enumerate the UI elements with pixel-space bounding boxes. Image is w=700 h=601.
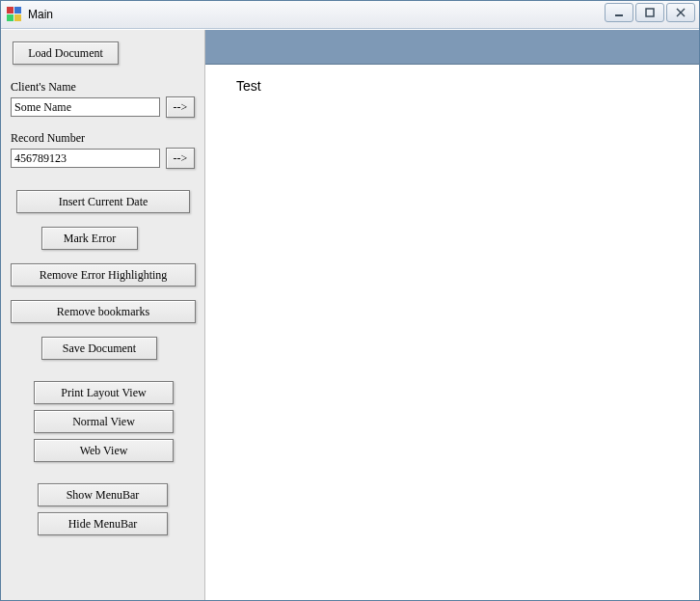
side-panel: Load Document Client's Name --> Record N…: [1, 30, 205, 600]
print-layout-view-button[interactable]: Print Layout View: [34, 381, 174, 404]
minimize-button[interactable]: [605, 3, 633, 22]
document-area: Test: [205, 30, 699, 600]
save-document-button[interactable]: Save Document: [41, 337, 157, 360]
main-window: Main Load Document Client's Name --> Rec: [0, 0, 700, 601]
hide-menubar-button[interactable]: Hide MenuBar: [38, 512, 168, 535]
insert-current-date-button[interactable]: Insert Current Date: [16, 190, 190, 213]
record-number-apply-button[interactable]: -->: [166, 148, 195, 169]
maximize-icon: [644, 7, 656, 18]
remove-bookmarks-button[interactable]: Remove bookmarks: [11, 300, 196, 323]
close-icon: [675, 7, 687, 18]
record-number-input[interactable]: [11, 149, 160, 168]
load-document-button[interactable]: Load Document: [13, 41, 119, 65]
client-name-apply-button[interactable]: -->: [166, 96, 195, 118]
record-number-label: Record Number: [11, 131, 195, 146]
normal-view-button[interactable]: Normal View: [34, 410, 174, 433]
svg-rect-1: [646, 9, 654, 16]
document-page[interactable]: Test: [205, 65, 699, 600]
remove-error-highlighting-button[interactable]: Remove Error Highlighting: [11, 263, 196, 287]
title-bar: Main: [1, 1, 699, 29]
app-icon: [7, 7, 22, 22]
mark-error-button[interactable]: Mark Error: [41, 227, 138, 250]
client-name-label: Client's Name: [11, 80, 195, 95]
web-view-button[interactable]: Web View: [34, 439, 174, 462]
document-ruler-bar: [205, 30, 699, 65]
close-button[interactable]: [666, 3, 695, 22]
window-controls: [605, 3, 695, 22]
maximize-button[interactable]: [635, 3, 664, 22]
document-body-text: Test: [236, 78, 261, 94]
minimize-icon: [613, 7, 625, 18]
client-name-input[interactable]: [11, 97, 160, 117]
show-menubar-button[interactable]: Show MenuBar: [38, 483, 168, 506]
window-title: Main: [28, 8, 53, 21]
client-area: Load Document Client's Name --> Record N…: [1, 29, 699, 600]
